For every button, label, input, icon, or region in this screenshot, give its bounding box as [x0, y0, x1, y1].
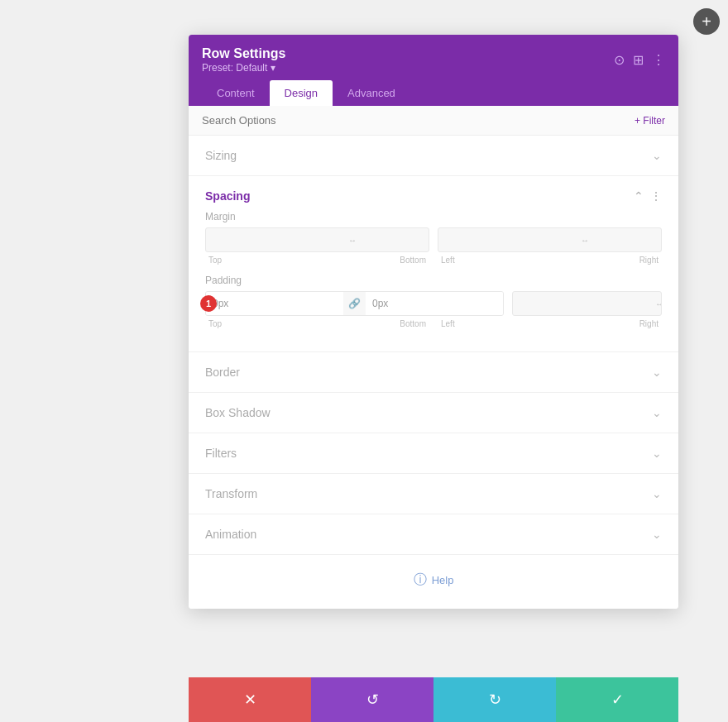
panel-tabs: Content Design Advanced [202, 80, 665, 106]
more-icon[interactable]: ⋮ [652, 52, 665, 68]
spacing-title: Spacing [205, 189, 250, 203]
margin-bottom-label: Bottom [400, 256, 426, 265]
help-icon: ⓘ [414, 571, 427, 589]
save-button[interactable]: ✓ [556, 677, 678, 722]
margin-tb-responsive-icon: ↔ [343, 228, 362, 251]
settings-icon[interactable]: ⊙ [614, 52, 625, 68]
search-input[interactable] [202, 114, 635, 127]
margin-lr-labels: Left Right [438, 256, 662, 265]
margin-top-label: Top [208, 256, 222, 265]
margin-labels-row: Top Bottom Left Right [205, 256, 662, 265]
margin-top-bottom-group: ↔ [205, 227, 429, 252]
border-chevron: ⌄ [652, 366, 662, 379]
step-badge: 1 [200, 295, 217, 312]
reset-icon: ↺ [366, 691, 379, 709]
spacing-section: Spacing ⌃ ⋮ Margin ↔ [189, 176, 678, 352]
margin-left-label: Left [441, 256, 455, 265]
redo-icon: ↻ [489, 691, 501, 709]
spacing-collapse-icon[interactable]: ⌃ [634, 189, 644, 203]
transform-section[interactable]: Transform ⌄ [189, 474, 678, 514]
search-bar: + Filter [189, 106, 678, 136]
padding-top-label: Top [208, 319, 222, 328]
padding-tb-labels: Top Bottom [205, 319, 429, 328]
border-label: Border [205, 366, 240, 379]
padding-labels-row: Top Bottom Left Right [205, 319, 662, 328]
margin-bottom-input[interactable] [362, 228, 429, 251]
panel-preset[interactable]: Preset: Default ▾ [202, 62, 285, 74]
padding-top-input[interactable] [206, 292, 343, 315]
filters-chevron: ⌄ [652, 447, 662, 460]
padding-right-label: Right [639, 319, 659, 328]
header-icons: ⊙ ⊞ ⋮ [614, 52, 665, 68]
add-element-button[interactable]: + [693, 8, 720, 35]
border-section[interactable]: Border ⌄ [189, 352, 678, 393]
padding-lr-responsive-icon: ↔ [650, 292, 662, 315]
padding-bottom-input[interactable] [366, 292, 503, 315]
panel-content: Sizing ⌄ Spacing ⌃ ⋮ Margin ↔ [189, 136, 678, 609]
spacing-header: Spacing ⌃ ⋮ [205, 176, 662, 211]
margin-right-label: Right [639, 256, 659, 265]
margin-top-input[interactable] [206, 228, 343, 251]
tab-design[interactable]: Design [270, 80, 333, 106]
redo-button[interactable]: ↻ [433, 677, 556, 722]
animation-section[interactable]: Animation ⌄ [189, 514, 678, 555]
cancel-button[interactable]: ✕ [189, 677, 311, 722]
action-bar: ✕ ↺ ↻ ✓ [189, 677, 678, 722]
sizing-label: Sizing [205, 149, 237, 162]
margin-left-right-group: ↔ [438, 227, 662, 252]
padding-group: Padding 1 🔗 ↔ [205, 275, 662, 328]
spacing-header-icons: ⌃ ⋮ [634, 189, 662, 203]
padding-link-icon[interactable]: 🔗 [343, 292, 366, 315]
margin-group: Margin ↔ ↔ [205, 211, 662, 265]
filter-button[interactable]: + Filter [635, 115, 665, 127]
sizing-chevron: ⌄ [652, 149, 662, 162]
panel-title-group: Row Settings Preset: Default ▾ [202, 46, 285, 74]
filters-section[interactable]: Filters ⌄ [189, 433, 678, 474]
padding-top-bottom-group: 🔗 [205, 291, 504, 316]
help-label[interactable]: Help [432, 574, 454, 586]
padding-bottom-label: Bottom [400, 319, 426, 328]
layout-icon[interactable]: ⊞ [633, 52, 644, 68]
tab-content[interactable]: Content [202, 80, 270, 106]
sizing-section[interactable]: Sizing ⌄ [189, 136, 678, 176]
box-shadow-section[interactable]: Box Shadow ⌄ [189, 393, 678, 433]
margin-left-input[interactable] [438, 228, 576, 251]
animation-label: Animation [205, 528, 256, 541]
save-icon: ✓ [611, 691, 624, 709]
transform-label: Transform [205, 487, 257, 500]
spacing-more-icon[interactable]: ⋮ [650, 189, 662, 203]
cancel-icon: ✕ [244, 691, 256, 709]
margin-input-row: ↔ ↔ [205, 227, 662, 252]
padding-left-label: Left [441, 319, 455, 328]
padding-left-right-group: ↔ [512, 291, 662, 316]
panel-title: Row Settings [202, 46, 285, 61]
reset-button[interactable]: ↺ [311, 677, 433, 722]
padding-lr-labels: Left Right [438, 319, 662, 328]
filters-label: Filters [205, 447, 237, 460]
padding-input-row: 1 🔗 ↔ [205, 291, 662, 316]
margin-label: Margin [205, 211, 662, 222]
panel-header: Row Settings Preset: Default ▾ ⊙ ⊞ ⋮ Con… [189, 35, 678, 106]
padding-left-input[interactable] [513, 292, 650, 315]
margin-tb-labels: Top Bottom [205, 256, 429, 265]
transform-chevron: ⌄ [652, 487, 662, 500]
plus-icon: + [702, 12, 711, 31]
animation-chevron: ⌄ [652, 528, 662, 541]
margin-lr-responsive-icon: ↔ [576, 228, 594, 251]
box-shadow-chevron: ⌄ [652, 406, 662, 419]
margin-right-input[interactable] [594, 228, 662, 251]
padding-label: Padding [205, 275, 662, 286]
help-row: ⓘ Help [189, 555, 678, 609]
row-settings-panel: Row Settings Preset: Default ▾ ⊙ ⊞ ⋮ Con… [189, 35, 678, 609]
box-shadow-label: Box Shadow [205, 406, 271, 419]
tab-advanced[interactable]: Advanced [333, 80, 410, 106]
